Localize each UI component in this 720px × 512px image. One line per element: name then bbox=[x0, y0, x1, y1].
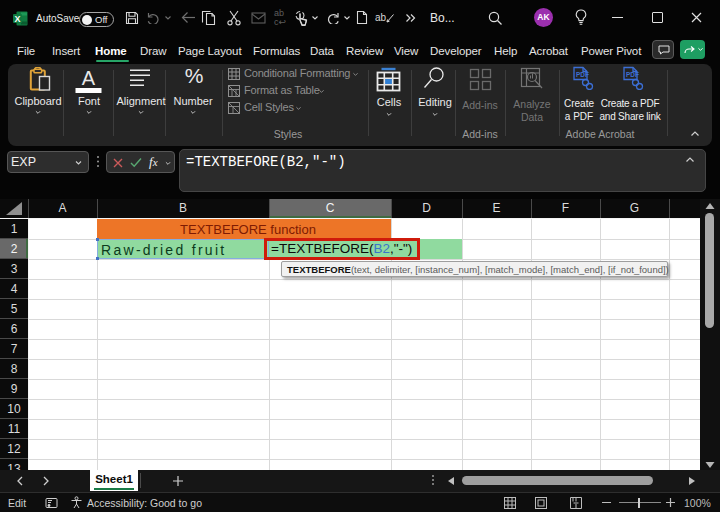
svg-text:X: X bbox=[14, 14, 20, 24]
svg-text:A: A bbox=[82, 67, 96, 89]
svg-text:PDF: PDF bbox=[576, 71, 589, 78]
svg-text:PDF: PDF bbox=[626, 71, 639, 78]
